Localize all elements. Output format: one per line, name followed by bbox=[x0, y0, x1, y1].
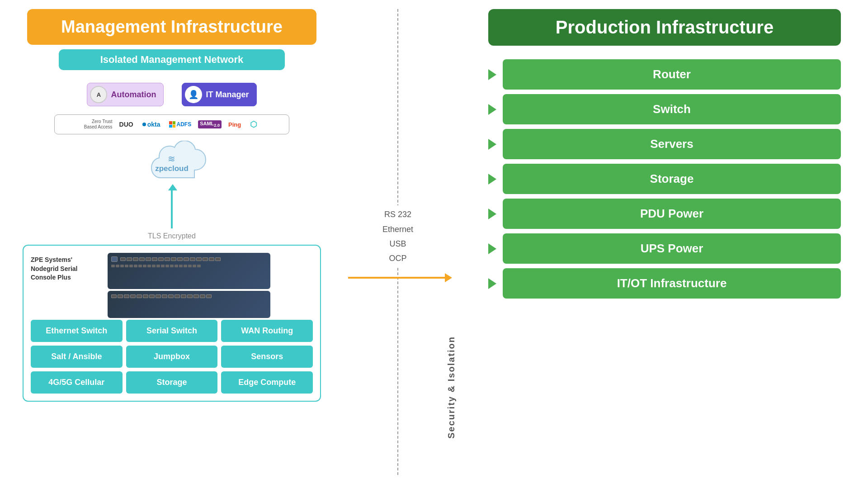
itmanager-icon: 👤 bbox=[185, 86, 202, 103]
port bbox=[209, 257, 214, 261]
prod-item-row: Servers bbox=[488, 129, 841, 159]
port-sm bbox=[120, 265, 124, 267]
ms-icon bbox=[169, 121, 175, 128]
port bbox=[139, 257, 145, 261]
port bbox=[177, 257, 183, 261]
arrow-right bbox=[348, 277, 448, 279]
port bbox=[156, 294, 161, 298]
port-sm bbox=[165, 265, 169, 267]
port-sm bbox=[143, 265, 146, 267]
okta-dot bbox=[142, 123, 146, 126]
prod-item-row: Switch bbox=[488, 94, 841, 124]
port bbox=[152, 257, 157, 261]
prod-item-row: Storage bbox=[488, 164, 841, 194]
conn-rs232: RS 232 bbox=[382, 207, 413, 222]
cloud-name: zpecloud bbox=[155, 164, 189, 173]
port-sm bbox=[184, 265, 187, 267]
cloud-wave-icon: ≋ bbox=[155, 153, 189, 164]
port-sm bbox=[156, 265, 160, 267]
port bbox=[181, 294, 186, 298]
saml-logo: SAML2.0 bbox=[198, 120, 222, 128]
prod-item-row: Router bbox=[488, 59, 841, 90]
conn-usb: USB bbox=[382, 237, 413, 251]
center-content: RS 232 Ethernet USB OCP bbox=[348, 205, 448, 279]
prod-item-box: PDU Power bbox=[503, 199, 841, 229]
prod-arrow-icon bbox=[488, 69, 496, 80]
feature-cell: Sensors bbox=[221, 346, 313, 368]
prod-item-box: UPS Power bbox=[503, 233, 841, 264]
feature-cell: Storage bbox=[126, 371, 218, 394]
trust-bar: Zero TrustBased Access DUO okta ADFS SAM… bbox=[54, 114, 289, 134]
port bbox=[168, 294, 174, 298]
bottom-grid-wrapper: ZPE Systems'Nodegrid SerialConsole Plus bbox=[23, 245, 321, 402]
prod-arrow-icon bbox=[488, 104, 496, 115]
port-sm bbox=[197, 265, 201, 267]
port-sm bbox=[134, 265, 137, 267]
isolated-label: Isolated Management Network bbox=[100, 54, 244, 65]
conn-ethernet: Ethernet bbox=[382, 222, 413, 237]
feature-cell: Ethernet Switch bbox=[31, 320, 123, 342]
tls-label: TLS Encrypted bbox=[148, 232, 196, 240]
prod-arrow-icon bbox=[488, 209, 496, 219]
prod-title-box: Production Infrastructure bbox=[488, 9, 841, 46]
mgmt-title: Management Infrastructure bbox=[61, 17, 283, 36]
mgmt-title-box: Management Infrastructure bbox=[27, 9, 316, 45]
port bbox=[171, 257, 176, 261]
port bbox=[187, 294, 193, 298]
port-sm bbox=[125, 265, 128, 267]
device-ports-row2 bbox=[111, 265, 267, 267]
port bbox=[124, 294, 129, 298]
cloud-area: ≋ zpecloud TLS Encrypted bbox=[136, 141, 208, 240]
feature-cell: 4G/5G Cellular bbox=[31, 371, 123, 394]
prod-item-row: IT/OT Infrastructure bbox=[488, 268, 841, 299]
port bbox=[111, 294, 117, 298]
port bbox=[158, 257, 164, 261]
port-sm bbox=[179, 265, 183, 267]
port-sm bbox=[129, 265, 133, 267]
feature-cell: Salt / Ansible bbox=[31, 346, 123, 368]
conn-ocp: OCP bbox=[382, 251, 413, 266]
device-row-wrapper: ZPE Systems'Nodegrid SerialConsole Plus bbox=[31, 253, 313, 318]
itmanager-badge: 👤 IT Manager bbox=[182, 83, 256, 106]
adfs-logo: ADFS bbox=[167, 120, 193, 128]
prod-item-box: Storage bbox=[503, 164, 841, 194]
port-sm bbox=[161, 265, 165, 267]
left-panel: Management Infrastructure Isolated Manag… bbox=[14, 9, 330, 475]
port-sm bbox=[193, 265, 196, 267]
arrow-shaft bbox=[171, 210, 173, 228]
feature-grid: Ethernet SwitchSerial SwitchWAN RoutingS… bbox=[31, 320, 313, 394]
port bbox=[146, 257, 151, 261]
prod-arrow-icon bbox=[488, 139, 496, 150]
automation-label: Automation bbox=[111, 90, 156, 100]
itmanager-label: IT Manager bbox=[206, 90, 249, 100]
port bbox=[130, 294, 136, 298]
prod-arrow-icon bbox=[488, 243, 496, 254]
port-sm bbox=[116, 265, 119, 267]
prod-title: Production Infrastructure bbox=[556, 17, 774, 37]
security-label: Security & Isolation bbox=[446, 336, 457, 439]
prod-item-box: Router bbox=[503, 59, 841, 90]
duo-logo: DUO bbox=[117, 120, 136, 129]
automation-badge: A Automation bbox=[87, 83, 164, 106]
prod-arrow-icon bbox=[488, 174, 496, 185]
port bbox=[118, 294, 123, 298]
port bbox=[162, 294, 167, 298]
prod-item-box: Switch bbox=[503, 94, 841, 124]
port bbox=[175, 294, 180, 298]
port bbox=[127, 257, 132, 261]
port bbox=[133, 257, 138, 261]
port bbox=[120, 257, 126, 261]
ping-logo: Ping bbox=[226, 120, 243, 129]
feature-cell: Serial Switch bbox=[126, 320, 218, 342]
port bbox=[137, 294, 142, 298]
ansible-icon: A bbox=[90, 86, 107, 103]
arrow-up bbox=[171, 188, 173, 210]
prod-item-row: PDU Power bbox=[488, 199, 841, 229]
zpe-hex-logo: ⬡ bbox=[248, 119, 259, 130]
prod-item-box: IT/OT Infrastructure bbox=[503, 268, 841, 299]
main-container: Management Infrastructure Isolated Manag… bbox=[0, 0, 868, 484]
port bbox=[193, 294, 199, 298]
port-sm bbox=[138, 265, 142, 267]
port bbox=[143, 294, 148, 298]
feature-cell: WAN Routing bbox=[221, 320, 313, 342]
